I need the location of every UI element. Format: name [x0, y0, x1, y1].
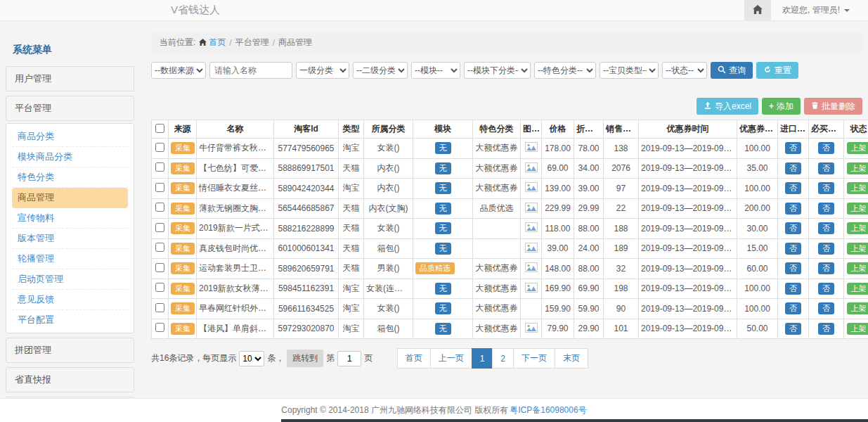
imported-toggle[interactable]: 否	[785, 203, 801, 215]
imported-toggle[interactable]: 否	[785, 302, 801, 314]
imported-toggle[interactable]: 否	[785, 142, 801, 154]
select-all-checkbox[interactable]	[155, 124, 164, 133]
column-header-14: 必买清单	[809, 120, 844, 139]
sidebar-item-1[interactable]: 平台管理	[6, 96, 134, 121]
special-category-cell: 品质优选	[473, 198, 521, 219]
filter-select-6[interactable]: --特色分类--	[534, 62, 596, 79]
sidebar-item-5[interactable]: 商品管理	[12, 188, 128, 208]
must-buy-toggle[interactable]: 否	[818, 222, 834, 234]
sidebar-item-0[interactable]: 用户管理	[6, 66, 134, 91]
filter-select-0[interactable]: --数据来源--	[151, 62, 206, 79]
must-buy-toggle[interactable]: 否	[818, 243, 834, 255]
icon-cell	[521, 198, 542, 219]
per-page-suffix: 条，	[267, 352, 284, 364]
column-header-8: 价格	[542, 120, 574, 139]
batch-delete-button[interactable]: 批量删除	[804, 98, 862, 115]
table-head: 来源名称淘客Id类型所属分类模块特色分类图标价格折后价销售数量优惠券时间优惠券金…	[152, 120, 868, 139]
status-badge[interactable]: 上架	[847, 262, 868, 274]
type-cell: 天猫	[339, 259, 364, 279]
page-button-下一页[interactable]: 下一页	[513, 348, 555, 369]
status-badge[interactable]: 上架	[847, 162, 868, 174]
filter-select-7[interactable]: --宝贝类型--	[600, 62, 659, 79]
jump-button[interactable]: 跳转到	[287, 350, 323, 367]
row-checkbox[interactable]	[155, 263, 164, 272]
icp-link[interactable]: 粤ICP备16098006号	[510, 404, 586, 416]
jump-page-input[interactable]	[337, 351, 361, 366]
row-checkbox[interactable]	[155, 243, 164, 252]
row-checkbox[interactable]	[155, 183, 164, 192]
product-thumbnail	[525, 325, 538, 335]
status-badge[interactable]: 上架	[847, 283, 868, 295]
search-button[interactable]: 查询	[711, 62, 753, 79]
row-checkbox[interactable]	[155, 283, 164, 292]
import-excel-button[interactable]: 导入excel	[697, 98, 758, 115]
status-badge[interactable]: 上架	[847, 302, 868, 314]
imported-toggle[interactable]: 否	[785, 262, 801, 274]
page-button-末页[interactable]: 末页	[555, 348, 588, 369]
status-badge[interactable]: 上架	[847, 203, 868, 215]
reset-button[interactable]: 重置	[756, 62, 798, 79]
sidebar-item-11[interactable]: 平台配置	[12, 310, 128, 330]
sidebar-item-8[interactable]: 轮播管理	[12, 249, 128, 269]
row-checkbox[interactable]	[155, 323, 164, 332]
status-badge[interactable]: 上架	[847, 222, 868, 234]
price-cell: 229.99	[542, 198, 574, 219]
filter-select-5[interactable]: --模块下分类--	[464, 62, 531, 79]
per-page-select[interactable]: 10	[239, 351, 264, 366]
user-menu[interactable]: 欢迎您, 管理员!	[771, 4, 868, 16]
must-buy-toggle[interactable]: 否	[818, 162, 834, 174]
row-checkbox[interactable]	[155, 162, 164, 172]
must-buy-toggle[interactable]: 否	[818, 182, 834, 194]
status-badge[interactable]: 上架	[847, 182, 868, 194]
sidebar-item-4[interactable]: 特色分类	[12, 167, 128, 188]
sidebar-item-12[interactable]: 拼团管理	[6, 338, 134, 363]
imported-toggle[interactable]: 否	[785, 323, 801, 335]
sidebar-item-6[interactable]: 宣传物料	[12, 208, 128, 229]
table-row: 采集2019新款女秋薄款...598451162391淘宝女装(连衣裙)无大额优…	[152, 279, 868, 299]
sidebar-item-13[interactable]: 省直快报	[6, 367, 134, 392]
must-buy-cell: 否	[809, 279, 844, 299]
status-badge[interactable]: 上架	[847, 142, 868, 154]
row-checkbox[interactable]	[155, 303, 164, 312]
page-button-2[interactable]: 2	[492, 348, 514, 369]
add-button[interactable]: + 添加	[762, 98, 801, 115]
must-buy-toggle[interactable]: 否	[818, 323, 834, 335]
row-checkbox[interactable]	[155, 203, 164, 212]
status-badge[interactable]: 上架	[847, 323, 868, 335]
imported-toggle[interactable]: 否	[785, 283, 801, 295]
source-badge: 采集	[171, 243, 195, 255]
breadcrumb-home-link[interactable]: 首页	[199, 37, 226, 49]
status-badge[interactable]: 上架	[847, 243, 868, 255]
imported-toggle[interactable]: 否	[785, 222, 801, 234]
filter-select-4[interactable]: --模块--	[411, 62, 460, 79]
must-buy-toggle[interactable]: 否	[818, 142, 834, 154]
must-buy-toggle[interactable]: 否	[818, 283, 834, 295]
special-category-cell: 大额优惠券	[473, 179, 521, 199]
source-badge: 采集	[171, 203, 195, 215]
imported-toggle[interactable]: 否	[785, 243, 801, 255]
sidebar-item-7[interactable]: 版本管理	[12, 229, 128, 249]
row-checkbox[interactable]	[155, 223, 164, 232]
imported-toggle[interactable]: 否	[785, 182, 801, 194]
name-search-input[interactable]	[209, 62, 292, 79]
sidebar-item-2[interactable]: 商品分类	[12, 127, 128, 147]
main-content: 当前位置: 首页 / 平台管理 / 商品管理 --数据来源--一级分类--二级分…	[151, 21, 862, 369]
must-buy-toggle[interactable]: 否	[818, 203, 834, 215]
imported-toggle[interactable]: 否	[785, 162, 801, 174]
page-button-首页[interactable]: 首页	[397, 348, 431, 369]
must-buy-toggle[interactable]: 否	[818, 302, 834, 314]
module-cell: 无	[413, 219, 473, 239]
must-buy-toggle[interactable]: 否	[818, 262, 834, 274]
special-category-cell	[473, 219, 521, 239]
source-badge: 采集	[171, 222, 195, 234]
sidebar-item-3[interactable]: 模块商品分类	[12, 147, 128, 167]
filter-select-8[interactable]: --状态--	[662, 62, 707, 79]
row-checkbox[interactable]	[155, 143, 164, 152]
home-button[interactable]	[744, 0, 771, 20]
sidebar-item-9[interactable]: 启动页管理	[12, 269, 128, 290]
page-button-1[interactable]: 1	[472, 348, 493, 369]
sidebar-item-10[interactable]: 意见反馈	[12, 290, 128, 310]
filter-select-2[interactable]: 一级分类	[296, 62, 349, 79]
filter-select-3[interactable]: --二级分类--	[353, 62, 408, 79]
page-button-上一页[interactable]: 上一页	[430, 348, 472, 369]
